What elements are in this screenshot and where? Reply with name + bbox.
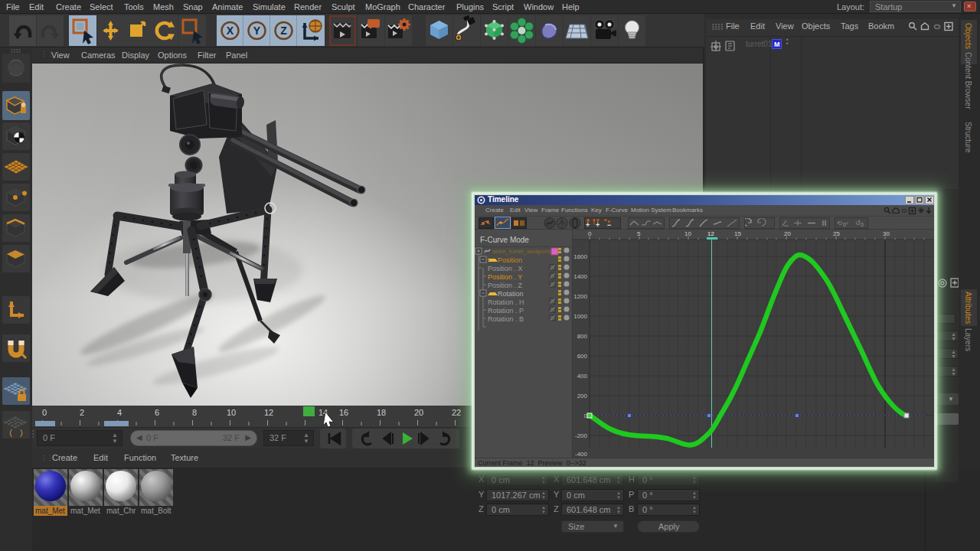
svg-text:8: 8	[192, 408, 197, 417]
svg-text:Rotation . B: Rotation . B	[488, 315, 524, 323]
svg-text:4: 4	[117, 408, 122, 417]
svg-text:16: 16	[339, 408, 348, 417]
svg-text:↺: ↺	[855, 220, 861, 227]
svg-text:200: 200	[577, 393, 588, 399]
svg-text:-400: -400	[575, 451, 588, 458]
svg-text:+: +	[596, 221, 599, 228]
svg-text:600: 600	[577, 353, 588, 360]
svg-text:Z: Z	[280, 24, 287, 37]
svg-text:10: 10	[227, 408, 236, 417]
svg-text:5: 5	[637, 230, 641, 237]
svg-text:12: 12	[707, 230, 714, 237]
svg-text:20: 20	[414, 408, 423, 417]
svg-text:anim_turret_weapons0: anim_turret_weapons0	[492, 248, 555, 255]
svg-text:1200: 1200	[573, 293, 587, 300]
svg-text:400: 400	[577, 373, 588, 380]
svg-text:2: 2	[80, 408, 84, 417]
svg-text:1400: 1400	[573, 273, 587, 280]
svg-text:25: 25	[833, 230, 840, 237]
svg-text:0°: 0°	[843, 222, 848, 227]
svg-text:Position: Position	[498, 256, 522, 264]
svg-text:X: X	[227, 24, 234, 37]
svg-text:6: 6	[155, 408, 159, 417]
svg-text:Rotation: Rotation	[498, 290, 524, 298]
svg-text:12: 12	[264, 408, 273, 417]
svg-text:Y: Y	[253, 24, 261, 37]
svg-text:( ): ( )	[8, 429, 24, 438]
svg-text:Position . Y: Position . Y	[488, 273, 522, 281]
svg-text:30: 30	[883, 230, 890, 237]
svg-text:-200: -200	[575, 432, 588, 439]
svg-text:0: 0	[861, 222, 864, 227]
svg-text:18: 18	[377, 408, 386, 417]
svg-text:10: 10	[684, 230, 691, 237]
svg-text:−: −	[607, 221, 611, 228]
svg-text:1000: 1000	[573, 313, 587, 320]
svg-text:0: 0	[588, 230, 592, 237]
svg-text:+: +	[586, 221, 590, 228]
svg-text:22: 22	[452, 408, 461, 417]
svg-text:800: 800	[577, 333, 588, 340]
svg-text:⟲: ⟲	[837, 220, 842, 227]
svg-text:Position . Z: Position . Z	[488, 282, 523, 289]
svg-text:20: 20	[784, 230, 791, 237]
svg-text:0: 0	[42, 408, 47, 417]
svg-text:15: 15	[734, 230, 741, 237]
svg-text:Rotation . P: Rotation . P	[488, 307, 524, 315]
svg-text:1600: 1600	[573, 253, 587, 260]
svg-text:Position . X: Position . X	[488, 265, 523, 272]
svg-text:Rotation . H: Rotation . H	[488, 298, 524, 306]
